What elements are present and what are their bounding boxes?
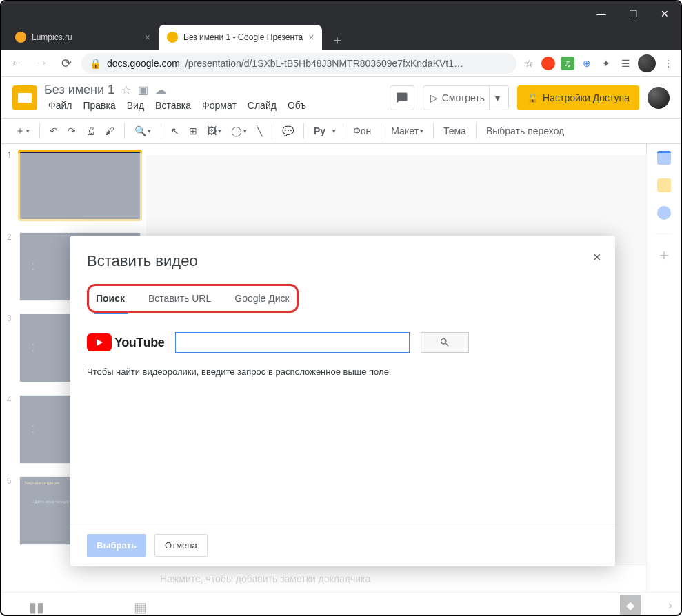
browser-tab-1[interactable]: Lumpics.ru ×	[7, 25, 159, 50]
kebab-menu-icon[interactable]: ⋮	[661, 57, 675, 70]
reload-button[interactable]: ⟳	[57, 54, 76, 73]
select-button[interactable]: Выбрать	[87, 534, 146, 557]
new-slide-button[interactable]: ＋▾	[12, 122, 32, 140]
ext-globe-icon[interactable]: ⊕	[580, 57, 594, 70]
dialog-tabs-highlight: Поиск Вставить URL Google Диск	[87, 284, 299, 313]
profile-avatar[interactable]	[638, 54, 656, 72]
youtube-logo: YouТube	[87, 333, 164, 351]
favicon	[167, 32, 178, 43]
minimize-button[interactable]: —	[585, 1, 617, 26]
lock-icon: 🔒	[527, 92, 539, 103]
present-icon: ▷	[430, 92, 438, 103]
video-search-input[interactable]	[175, 332, 410, 353]
new-tab-button[interactable]: ＋	[328, 30, 347, 50]
search-icon	[439, 337, 450, 348]
share-label: Настройки Доступа	[543, 92, 630, 103]
tab-search[interactable]: Поиск	[96, 289, 125, 308]
menu-slide[interactable]: Слайд	[243, 99, 281, 112]
close-window-button[interactable]: ✕	[649, 1, 681, 26]
toolbar: ＋▾ ↶ ↷ 🖨 🖌 🔍▾ ↖ ⊞ 🖼▾ ◯▾ ╲ 💬 Py▾ Фон Маке…	[1, 118, 681, 144]
maximize-button[interactable]: ☐	[617, 1, 649, 26]
background-button[interactable]: Фон	[350, 123, 374, 139]
select-tool[interactable]: ↖	[168, 123, 182, 139]
tab-title: Lumpics.ru	[32, 32, 139, 42]
menu-view[interactable]: Вид	[123, 99, 148, 112]
app-header: Без имени 1 ☆ ▣ ☁ Файл Правка Вид Вставк…	[1, 77, 681, 118]
youtube-icon	[87, 333, 112, 351]
favicon	[15, 32, 26, 43]
menu-insert[interactable]: Вставка	[151, 99, 195, 112]
chevron-down-icon[interactable]: ▾	[489, 86, 505, 110]
shape-button[interactable]: ◯▾	[228, 123, 250, 139]
menu-format[interactable]: Формат	[198, 99, 241, 112]
comment-button[interactable]: 💬	[279, 123, 297, 139]
insert-video-dialog: Вставить видео ✕ Поиск Вставить URL Goog…	[70, 236, 615, 566]
menu-bar: Файл Правка Вид Вставка Формат Слайд Объ	[44, 99, 383, 112]
forward-button[interactable]: →	[32, 54, 51, 73]
textbox-button[interactable]: ⊞	[186, 123, 200, 139]
ext-music-icon[interactable]: ♫	[561, 57, 574, 70]
close-icon[interactable]: ×	[308, 32, 314, 43]
url-path: /presentation/d/1SXbL-tB5Hb48J3NMTR80360…	[185, 58, 463, 69]
star-icon[interactable]: ☆	[522, 57, 536, 70]
url-field[interactable]: 🔒 docs.google.com/presentation/d/1SXbL-t…	[81, 53, 516, 74]
tab-title: Без имени 1 - Google Презента	[183, 32, 303, 42]
cancel-button[interactable]: Отмена	[154, 534, 208, 557]
account-avatar[interactable]	[648, 87, 670, 109]
layout-button[interactable]: Макет▾	[388, 123, 426, 139]
browser-titlebar: Lumpics.ru × Без имени 1 - Google Презен…	[1, 1, 681, 50]
lock-icon: 🔒	[90, 58, 101, 69]
paint-format-button[interactable]: 🖌	[102, 123, 117, 139]
theme-button[interactable]: Тема	[441, 123, 469, 139]
slides-logo-icon[interactable]	[12, 85, 37, 110]
zoom-button[interactable]: 🔍▾	[132, 123, 154, 139]
tab-insert-url[interactable]: Вставить URL	[148, 289, 211, 308]
print-button[interactable]: 🖨	[83, 123, 98, 139]
reading-list-icon[interactable]: ☰	[619, 57, 632, 70]
comment-icon	[396, 92, 408, 104]
youtube-wordmark: YouТube	[114, 336, 164, 350]
back-button[interactable]: ←	[7, 54, 26, 73]
menu-file[interactable]: Файл	[44, 99, 76, 112]
transition-button[interactable]: Выбрать переход	[483, 123, 567, 139]
star-icon[interactable]: ☆	[121, 83, 131, 96]
image-button[interactable]: 🖼▾	[204, 123, 224, 139]
present-button[interactable]: ▷ Смотреть ▾	[423, 85, 509, 110]
undo-button[interactable]: ↶	[47, 123, 61, 139]
line-button[interactable]: ╲	[254, 123, 265, 139]
menu-edit[interactable]: Правка	[79, 99, 119, 112]
video-search-button[interactable]	[421, 332, 469, 353]
comments-button[interactable]	[390, 85, 414, 110]
document-title[interactable]: Без имени 1	[44, 83, 114, 97]
move-icon[interactable]: ▣	[138, 83, 148, 96]
share-button[interactable]: 🔒 Настройки Доступа	[517, 85, 639, 110]
menu-more[interactable]: Объ	[283, 99, 310, 112]
browser-tab-2[interactable]: Без имени 1 - Google Презента ×	[159, 25, 322, 50]
close-icon[interactable]: ×	[145, 32, 150, 43]
dialog-title: Вставить видео	[87, 252, 599, 270]
address-bar: ← → ⟳ 🔒 docs.google.com/presentation/d/1…	[1, 50, 681, 77]
cloud-icon[interactable]: ☁	[155, 83, 166, 96]
slides-app: Без имени 1 ☆ ▣ ☁ Файл Правка Вид Вставк…	[1, 77, 681, 616]
extensions-icon[interactable]: ✦	[599, 57, 613, 70]
window-controls: — ☐ ✕	[585, 1, 681, 26]
url-host: docs.google.com	[107, 58, 180, 69]
tab-google-drive[interactable]: Google Диск	[234, 289, 289, 308]
redo-button[interactable]: ↷	[65, 123, 79, 139]
close-dialog-button[interactable]: ✕	[592, 251, 601, 264]
search-hint: Чтобы найти видеоролики, введите запрос …	[87, 367, 599, 377]
dialog-footer: Выбрать Отмена	[70, 524, 615, 566]
ext-yandex-icon[interactable]	[541, 57, 555, 70]
present-label: Смотреть	[442, 92, 485, 103]
script-button[interactable]: Py	[311, 123, 328, 139]
